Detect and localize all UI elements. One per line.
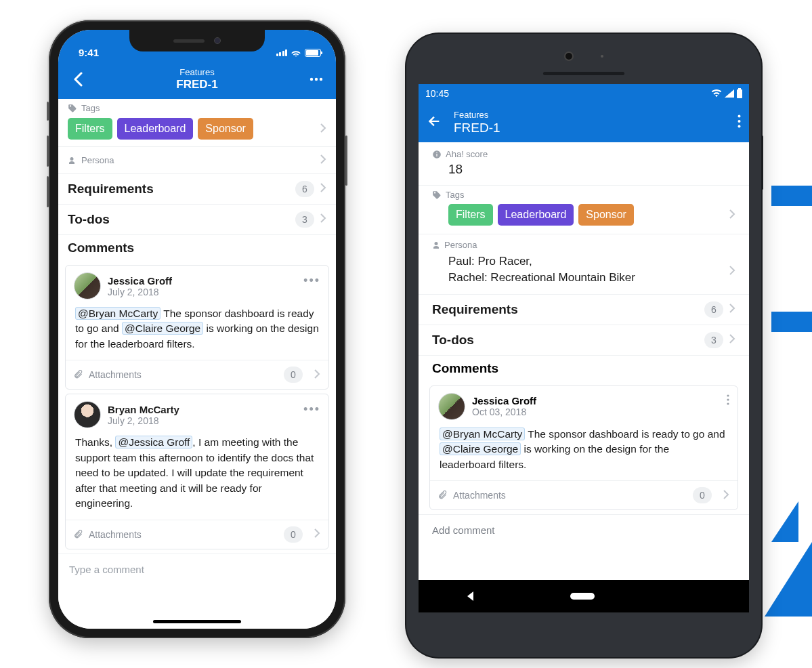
wifi-icon bbox=[291, 47, 301, 58]
status-time: 9:41 bbox=[79, 47, 99, 58]
comment-more-button[interactable] bbox=[727, 393, 729, 409]
iphone-notch bbox=[129, 30, 265, 51]
comment-input[interactable]: Type a comment bbox=[58, 554, 336, 585]
chevron-right-icon bbox=[729, 333, 735, 348]
avatar bbox=[438, 393, 465, 420]
todos-row[interactable]: To-dos 3 bbox=[419, 325, 749, 355]
tag-filters[interactable]: Filters bbox=[68, 118, 112, 140]
android-content[interactable]: Aha! score 18 Tags Filters Leaderboard S… bbox=[419, 142, 749, 612]
nav-title: FRED-1 bbox=[176, 78, 217, 91]
svg-point-2 bbox=[320, 78, 322, 81]
paperclip-icon bbox=[74, 370, 83, 379]
persona-label: Persona bbox=[81, 155, 114, 165]
attachments-row[interactable]: Attachments 0 bbox=[430, 480, 738, 509]
comment-card[interactable]: Jessica Groff July 2, 2018 ••• @Bryan Mc… bbox=[65, 265, 329, 390]
tags-label: Tags bbox=[446, 190, 464, 200]
requirements-label: Requirements bbox=[68, 182, 154, 196]
decoration bbox=[765, 542, 812, 617]
cellular-signal-icon bbox=[276, 49, 288, 56]
tag-sponsor[interactable]: Sponsor bbox=[578, 204, 634, 226]
requirements-count: 6 bbox=[295, 181, 314, 197]
tags-row[interactable]: Filters Leaderboard Sponsor bbox=[419, 201, 749, 234]
android-back-button[interactable] bbox=[467, 591, 473, 601]
comment-more-button[interactable]: ••• bbox=[303, 401, 320, 417]
chevron-right-icon bbox=[314, 369, 320, 381]
comment-more-button[interactable]: ••• bbox=[303, 272, 320, 288]
ios-nav-bar: Features FRED-1 bbox=[58, 60, 336, 99]
android-home-button[interactable] bbox=[570, 593, 595, 600]
attachments-row[interactable]: Attachments 0 bbox=[66, 360, 328, 389]
tag-leaderboard[interactable]: Leaderboard bbox=[498, 204, 574, 226]
requirements-label: Requirements bbox=[432, 302, 518, 317]
more-button[interactable] bbox=[306, 69, 326, 89]
wifi-icon bbox=[711, 89, 722, 98]
comment-card[interactable]: Jessica Groff Oct 03, 2018 @Bryan McCart… bbox=[429, 385, 738, 510]
todos-label: To-dos bbox=[432, 333, 474, 348]
tags-label-row: Tags bbox=[58, 99, 336, 115]
decoration bbox=[771, 186, 812, 206]
todos-label: To-dos bbox=[68, 212, 110, 227]
android-camera bbox=[564, 51, 603, 61]
svg-rect-7 bbox=[436, 153, 437, 156]
chevron-right-icon bbox=[729, 264, 735, 280]
chevron-right-icon bbox=[320, 123, 326, 135]
battery-icon bbox=[305, 49, 321, 57]
tag-icon bbox=[432, 190, 442, 200]
iphone-volume-up bbox=[47, 135, 49, 167]
attachments-count: 0 bbox=[284, 367, 303, 383]
chevron-right-icon bbox=[314, 528, 320, 541]
comment-date: July 2, 2018 bbox=[108, 287, 172, 297]
comment-date: July 2, 2018 bbox=[108, 415, 179, 426]
chevron-right-icon bbox=[729, 302, 735, 317]
nav-title: FRED-1 bbox=[454, 121, 500, 135]
android-speaker bbox=[543, 72, 624, 75]
paperclip-icon bbox=[74, 530, 83, 539]
android-app-bar: Features FRED-1 bbox=[419, 103, 749, 142]
iphone-mute-switch bbox=[47, 102, 49, 121]
todos-count: 3 bbox=[704, 332, 723, 348]
back-button[interactable] bbox=[68, 69, 88, 89]
overflow-menu-button[interactable] bbox=[738, 114, 741, 131]
attachments-count: 0 bbox=[284, 526, 303, 543]
mention[interactable]: @Claire George bbox=[440, 442, 521, 455]
tag-leaderboard[interactable]: Leaderboard bbox=[117, 118, 194, 140]
attachments-label: Attachments bbox=[453, 490, 506, 501]
chevron-right-icon bbox=[729, 209, 735, 222]
requirements-row[interactable]: Requirements 6 bbox=[58, 173, 336, 204]
persona-value[interactable]: Paul: Pro Racer, Rachel: Recreational Mo… bbox=[419, 251, 749, 294]
tag-sponsor[interactable]: Sponsor bbox=[198, 118, 253, 140]
ios-content[interactable]: Tags Filters Leaderboard Sponsor Persona bbox=[58, 99, 336, 629]
tags-row[interactable]: Filters Leaderboard Sponsor bbox=[58, 115, 336, 146]
info-icon bbox=[432, 150, 442, 159]
iphone-device: 9:41 Features FRED-1 bbox=[49, 20, 345, 638]
comment-author: Bryan McCarty bbox=[108, 404, 179, 415]
tags-label: Tags bbox=[81, 103, 100, 113]
svg-point-11 bbox=[727, 402, 729, 404]
chevron-right-icon bbox=[320, 182, 326, 196]
comments-header: Comments bbox=[58, 234, 336, 261]
comment-body: Thanks, @Jessica Groff, I am meeting wit… bbox=[66, 432, 328, 519]
mention[interactable]: @Jessica Groff bbox=[115, 436, 192, 448]
comment-input[interactable]: Add comment bbox=[419, 514, 749, 545]
mention[interactable]: @Bryan McCarty bbox=[440, 427, 525, 440]
back-button[interactable] bbox=[427, 114, 442, 131]
requirements-count: 6 bbox=[704, 301, 723, 318]
todos-row[interactable]: To-dos 3 bbox=[58, 204, 336, 234]
comment-card[interactable]: Bryan McCarty July 2, 2018 ••• Thanks, @… bbox=[65, 394, 329, 549]
iphone-volume-down bbox=[47, 176, 49, 207]
decoration bbox=[771, 312, 812, 332]
home-indicator[interactable] bbox=[153, 620, 241, 623]
persona-label: Persona bbox=[444, 240, 477, 250]
score-value: 18 bbox=[419, 161, 749, 185]
attachments-label: Attachments bbox=[89, 529, 142, 540]
cellular-signal-icon bbox=[725, 89, 734, 98]
persona-row[interactable]: Persona bbox=[58, 146, 336, 173]
chevron-right-icon bbox=[320, 212, 326, 227]
attachments-row[interactable]: Attachments 0 bbox=[66, 520, 328, 549]
mention[interactable]: @Claire George bbox=[122, 322, 203, 335]
mention[interactable]: @Bryan McCarty bbox=[75, 307, 161, 320]
requirements-row[interactable]: Requirements 6 bbox=[419, 294, 749, 325]
nav-subtitle: Features bbox=[454, 110, 500, 121]
svg-point-4 bbox=[738, 120, 741, 123]
tag-filters[interactable]: Filters bbox=[448, 204, 493, 226]
